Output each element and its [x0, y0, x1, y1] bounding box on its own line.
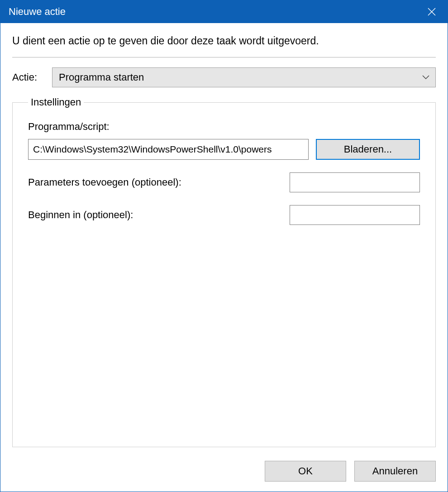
startin-label: Beginnen in (optioneel): [28, 209, 290, 221]
startin-field: Beginnen in (optioneel): [28, 205, 420, 225]
program-field: Programma/script: Bladeren... [28, 121, 420, 160]
settings-legend: Instellingen [28, 96, 84, 108]
dialog-window: Nieuwe actie U dient een actie op te gev… [0, 0, 448, 492]
close-button[interactable] [416, 0, 448, 23]
program-input[interactable] [28, 139, 309, 160]
close-icon [428, 8, 436, 16]
divider [12, 57, 436, 57]
action-select[interactable]: Programma starten [52, 67, 436, 87]
action-selected-value: Programma starten [59, 72, 144, 83]
action-select-wrap: Programma starten [52, 67, 436, 87]
action-label: Actie: [12, 72, 52, 83]
titlebar: Nieuwe actie [0, 0, 448, 23]
ok-button[interactable]: OK [265, 461, 346, 482]
params-field: Parameters toevoegen (optioneel): [28, 172, 420, 192]
browse-button[interactable]: Bladeren... [316, 139, 420, 160]
startin-input[interactable] [290, 205, 420, 225]
program-label: Programma/script: [28, 121, 420, 133]
params-input[interactable] [290, 172, 420, 192]
action-row: Actie: Programma starten [12, 67, 436, 87]
params-label: Parameters toevoegen (optioneel): [28, 177, 290, 188]
window-title: Nieuwe actie [9, 6, 416, 18]
settings-group: Instellingen Programma/script: Bladeren.… [12, 96, 436, 447]
dialog-content: U dient een actie op te geven die door d… [0, 23, 448, 454]
program-row: Bladeren... [28, 139, 420, 160]
cancel-button[interactable]: Annuleren [354, 461, 436, 482]
instruction-text: U dient een actie op te geven die door d… [12, 35, 436, 47]
dialog-footer: OK Annuleren [0, 454, 448, 492]
